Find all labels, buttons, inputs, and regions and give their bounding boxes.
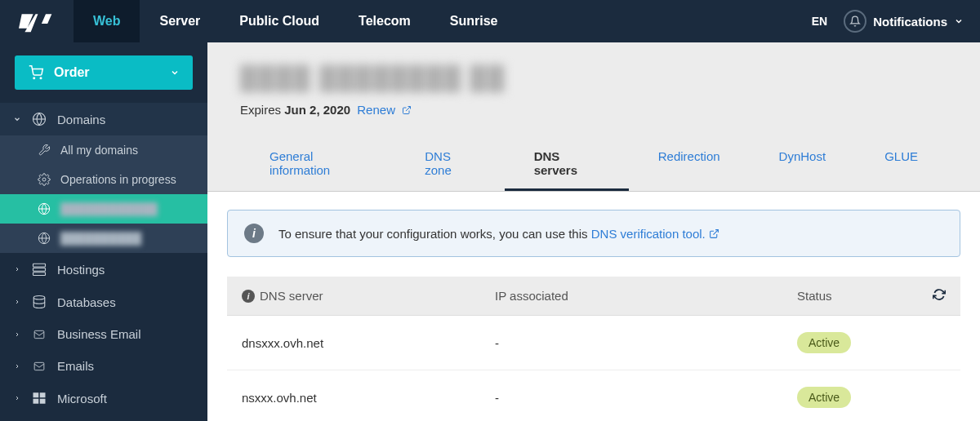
sidebar-item-domain-2[interactable]: ██████████ — [0, 224, 207, 253]
order-label: Order — [54, 65, 90, 80]
sidebar-label: Emails — [57, 359, 94, 373]
sidebar-item-operations[interactable]: Operations in progress — [0, 165, 207, 194]
svg-line-20 — [713, 229, 718, 234]
info-banner-text: To ensure that your configuration works,… — [278, 227, 719, 241]
content-body: i To ensure that your configuration work… — [207, 192, 980, 421]
svg-rect-18 — [40, 399, 46, 404]
sidebar-section-domains[interactable]: Domains — [0, 103, 207, 135]
table-row: dnsxxx.ovh.net - Active — [227, 316, 960, 370]
cell-ip: - — [495, 391, 797, 405]
nav-web[interactable]: Web — [74, 0, 140, 42]
sidebar-sub-label: ████████████ — [60, 202, 158, 215]
brand-logo[interactable] — [0, 0, 74, 42]
language-selector[interactable]: EN — [812, 15, 827, 28]
nav-server[interactable]: Server — [140, 0, 220, 42]
external-link-icon — [402, 105, 412, 115]
sidebar-section-microsoft[interactable]: Microsoft — [0, 382, 207, 414]
cell-status: Active — [797, 387, 879, 408]
tools-icon — [38, 144, 51, 157]
sidebar-label: Microsoft — [57, 392, 107, 405]
sidebar-label: Business Email — [57, 327, 141, 341]
tab-dynhost[interactable]: DynHost — [750, 138, 856, 191]
content-area: ████ ████████ ██ Expires Jun 2, 2020 Ren… — [207, 42, 980, 421]
chevron-down-icon — [954, 16, 964, 26]
nav-public-cloud[interactable]: Public Cloud — [220, 0, 339, 42]
chevron-right-icon — [13, 362, 21, 370]
sidebar-section-hostings[interactable]: Hostings — [0, 253, 207, 286]
top-navbar: Web Server Public Cloud Telecom Sunrise … — [0, 0, 980, 42]
dns-verification-link[interactable]: DNS verification tool. — [591, 227, 719, 241]
sidebar-label: Domains — [57, 113, 105, 126]
content-header: ████ ████████ ██ Expires Jun 2, 2020 Ren… — [207, 42, 980, 117]
bell-icon — [844, 10, 866, 33]
svg-rect-13 — [34, 330, 44, 338]
ovh-logo-icon — [19, 9, 55, 33]
chevron-down-icon — [170, 68, 180, 78]
sidebar-label: Databases — [57, 295, 116, 309]
svg-point-4 — [42, 178, 46, 181]
svg-line-19 — [406, 107, 411, 112]
windows-icon — [31, 391, 47, 405]
globe-icon — [31, 112, 47, 126]
sidebar-item-domain-1[interactable]: ████████████ — [0, 194, 207, 224]
chevron-right-icon — [13, 330, 21, 339]
nav-telecom[interactable]: Telecom — [339, 0, 430, 42]
cell-status: Active — [797, 332, 879, 353]
globe-icon — [38, 202, 51, 215]
chevron-right-icon — [13, 265, 21, 273]
chevron-right-icon — [13, 394, 21, 402]
mail-icon — [31, 329, 47, 340]
chevron-down-icon — [13, 115, 21, 123]
table-header: i DNS server IP associated Status — [227, 277, 960, 316]
cart-icon — [28, 65, 44, 80]
expires-prefix: Expires — [240, 103, 281, 117]
refresh-icon — [933, 288, 946, 301]
main-layout: Order Domains All my domains Operations … — [0, 42, 980, 421]
tab-redirection[interactable]: Redirection — [629, 138, 750, 191]
chevron-right-icon — [13, 298, 21, 306]
expires-date: Jun 2, 2020 — [284, 103, 350, 117]
tab-general-information[interactable]: General information — [240, 138, 395, 191]
sidebar-sub-label: ██████████ — [60, 232, 141, 245]
page-title: ████ ████████ ██ — [240, 65, 947, 91]
external-link-icon — [709, 228, 719, 239]
col-header-dns: i DNS server — [242, 289, 495, 303]
info-icon: i — [244, 224, 264, 243]
col-header-ip: IP associated — [495, 289, 797, 303]
database-icon — [31, 295, 47, 309]
expires-line: Expires Jun 2, 2020 Renew — [240, 103, 947, 117]
sidebar-label: Hostings — [57, 263, 105, 277]
sidebar-item-all-domains[interactable]: All my domains — [0, 135, 207, 165]
svg-rect-10 — [33, 268, 46, 272]
renew-label: Renew — [357, 103, 395, 117]
svg-rect-9 — [33, 264, 46, 267]
tab-bar: General information DNS zone DNS servers… — [207, 138, 980, 192]
svg-point-12 — [33, 296, 45, 300]
svg-rect-14 — [34, 362, 44, 370]
nav-sunrise[interactable]: Sunrise — [430, 0, 518, 42]
renew-link[interactable]: Renew — [357, 103, 412, 117]
svg-rect-17 — [33, 399, 39, 404]
tab-glue[interactable]: GLUE — [855, 138, 947, 191]
order-button[interactable]: Order — [15, 55, 193, 90]
cell-dns-server: nsxxx.ovh.net — [242, 391, 495, 405]
servers-icon — [31, 262, 47, 277]
svg-rect-16 — [40, 392, 46, 397]
mail-icon — [31, 361, 47, 372]
notifications-menu[interactable]: Notifications — [844, 10, 964, 33]
cell-ip: - — [495, 336, 797, 350]
svg-point-1 — [40, 78, 42, 79]
cell-dns-server: dnsxxx.ovh.net — [242, 336, 495, 350]
tab-dns-zone[interactable]: DNS zone — [395, 138, 504, 191]
sidebar: Order Domains All my domains Operations … — [0, 42, 207, 421]
sidebar-section-emails[interactable]: Emails — [0, 350, 207, 382]
sidebar-section-databases[interactable]: Databases — [0, 286, 207, 318]
status-badge: Active — [797, 387, 851, 408]
status-badge: Active — [797, 332, 851, 353]
svg-rect-11 — [33, 273, 46, 276]
table-row: nsxxx.ovh.net - Active — [227, 370, 960, 421]
info-icon: i — [242, 290, 255, 303]
tab-dns-servers[interactable]: DNS servers — [505, 138, 629, 191]
refresh-button[interactable] — [933, 288, 946, 304]
sidebar-section-business-email[interactable]: Business Email — [0, 318, 207, 350]
